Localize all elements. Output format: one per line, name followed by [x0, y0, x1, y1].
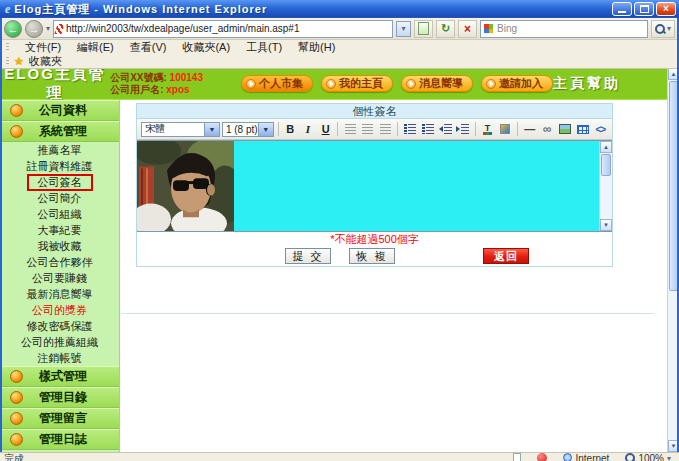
scroll-down-icon[interactable]: ▼: [668, 440, 679, 452]
menu-tools[interactable]: 工具(T): [246, 40, 282, 55]
menu-edit[interactable]: 編輯(E): [77, 40, 114, 55]
html-source-button[interactable]: <>: [592, 121, 608, 138]
align-center-button[interactable]: [360, 121, 376, 138]
unordered-list-button[interactable]: [420, 121, 436, 138]
align-right-button[interactable]: [378, 121, 394, 138]
sidebar-section-style-manage[interactable]: 樣式管理: [0, 366, 119, 387]
zoom-dropdown-icon[interactable]: ▾: [667, 453, 671, 461]
bold-button[interactable]: B: [282, 121, 298, 138]
char-limit-note: *不能超過500個字: [330, 232, 419, 247]
scroll-up-icon[interactable]: ▲: [600, 141, 612, 153]
ordered-list-icon: [408, 124, 416, 134]
sidebar-item-company-intro[interactable]: 公司簡介: [0, 190, 119, 206]
font-size-select[interactable]: 1 (8 pt) ▼: [222, 122, 274, 137]
search-options-icon[interactable]: ▾: [667, 24, 671, 33]
favorites-button[interactable]: 收藏夾: [29, 54, 62, 69]
align-left-button[interactable]: [342, 121, 358, 138]
insert-table-button[interactable]: [575, 121, 591, 138]
window-title: Elog主頁管理 - Windows Internet Explorer: [14, 2, 612, 17]
header-nav: 个人市集 我的主頁 消息嚮導 邀請加入: [241, 75, 553, 92]
menu-favorites[interactable]: 收藏夾(A): [182, 40, 230, 55]
sidebar-section-system-manage[interactable]: 系統管理: [0, 121, 119, 142]
sidebar-section-manage-logs[interactable]: 管理日誌: [0, 429, 119, 450]
main-area: 個性簽名 宋體 ▼ 1 (8 pt) ▼ B I U: [121, 100, 667, 452]
signature-editor[interactable]: ▲ ▼: [137, 140, 612, 232]
sidebar-section-manage-messages[interactable]: 管理留言: [0, 408, 119, 429]
link-button[interactable]: ∞: [540, 121, 556, 138]
sidebar-item-favorited-by[interactable]: 我被收藏: [0, 238, 119, 254]
history-dropdown-icon[interactable]: ▾: [46, 24, 50, 33]
section-ball-icon: [10, 104, 23, 117]
underline-button[interactable]: U: [318, 121, 334, 138]
sidebar-item-cancel-account[interactable]: 注銷帳號: [0, 350, 119, 366]
sidebar-item-change-password[interactable]: 修改密碼保護: [0, 318, 119, 334]
nav-invite-join[interactable]: 邀請加入: [481, 75, 553, 92]
scroll-thumb[interactable]: [601, 154, 611, 176]
status-page-icon: [513, 453, 521, 461]
sidebar-item-major-events[interactable]: 大事紀要: [0, 222, 119, 238]
homepage-help-link[interactable]: 主頁幫助: [553, 75, 621, 93]
sidebar-item-partners[interactable]: 公司合作夥伴: [0, 254, 119, 270]
sidebar-item-register-maintain[interactable]: 註冊資料維護: [0, 158, 119, 174]
editor-scrollbar[interactable]: ▲ ▼: [599, 141, 612, 231]
url-input[interactable]: [66, 23, 390, 34]
section-ball-icon: [10, 391, 23, 404]
sidebar-item-company-signature[interactable]: 公司簽名: [0, 174, 119, 190]
bg-color-button[interactable]: [497, 121, 513, 138]
refresh-icon: ↻: [441, 23, 450, 34]
play-icon: [326, 79, 336, 89]
editor-toolbar: 宋體 ▼ 1 (8 pt) ▼ B I U: [137, 119, 612, 140]
zoom-level[interactable]: 100%: [638, 453, 664, 461]
reset-button[interactable]: 恢 複: [349, 248, 395, 264]
menu-view[interactable]: 查看(V): [130, 40, 167, 55]
editor-text-area[interactable]: [234, 141, 599, 231]
toolbar-grip: [6, 43, 9, 52]
note-row: *不能超過500個字: [137, 232, 612, 246]
scroll-down-icon[interactable]: ▼: [600, 219, 612, 231]
submit-button[interactable]: 提 交: [285, 248, 331, 264]
sidebar-item-latest-news-wizard[interactable]: 最新消息嚮導: [0, 286, 119, 302]
compatibility-button[interactable]: [414, 20, 433, 38]
section-ball-icon: [10, 370, 23, 383]
sidebar-item-recommend-org[interactable]: 公司的推薦組織: [0, 334, 119, 350]
address-field[interactable]: [53, 20, 393, 38]
refresh-button[interactable]: ↻: [436, 20, 455, 38]
menu-file[interactable]: 文件(F): [25, 40, 61, 55]
indent-button[interactable]: [455, 121, 471, 138]
scroll-thumb[interactable]: [669, 81, 678, 291]
nav-my-homepage[interactable]: 我的主頁: [321, 75, 393, 92]
menu-help[interactable]: 幫助(H): [298, 40, 335, 55]
bg-color-icon: [500, 124, 510, 134]
sidebar-item-company-org[interactable]: 公司組織: [0, 206, 119, 222]
address-dropdown-icon[interactable]: ▾: [396, 21, 411, 37]
horizontal-rule-button[interactable]: —: [522, 121, 538, 138]
signature-photo: [137, 141, 234, 231]
nav-message-wizard[interactable]: 消息嚮導: [401, 75, 473, 92]
chevron-down-icon: ▼: [204, 123, 219, 136]
nav-personal-market[interactable]: 个人市集: [241, 75, 313, 92]
close-button[interactable]: ×: [656, 2, 676, 16]
sidebar-section-company-info[interactable]: 公司資料: [0, 100, 119, 121]
font-select[interactable]: 宋體 ▼: [141, 122, 220, 137]
scroll-up-icon[interactable]: ▲: [668, 68, 679, 80]
back-icon[interactable]: ←: [4, 20, 22, 38]
search-box[interactable]: Bing: [480, 20, 648, 38]
page-scrollbar[interactable]: ▲ ▼: [667, 68, 679, 452]
italic-button[interactable]: I: [300, 121, 316, 138]
sidebar-item-recommend-list[interactable]: 推薦名單: [0, 142, 119, 158]
outdent-button[interactable]: [437, 121, 453, 138]
insert-image-button[interactable]: [557, 121, 573, 138]
restore-button[interactable]: [634, 2, 654, 16]
search-icon: [655, 24, 665, 34]
search-button[interactable]: ▾: [651, 20, 675, 38]
stop-button[interactable]: ×: [458, 20, 477, 38]
forward-icon[interactable]: →: [25, 20, 43, 38]
text-color-button[interactable]: T: [480, 121, 496, 138]
ordered-list-button[interactable]: [402, 121, 418, 138]
sidebar-item-company-earn[interactable]: 公司要賺錢: [0, 270, 119, 286]
chevron-down-icon: ▼: [258, 123, 273, 136]
minimize-button[interactable]: [612, 2, 632, 16]
sidebar-item-company-coupons[interactable]: 公司的獎券: [0, 302, 119, 318]
back-button[interactable]: 返回: [483, 248, 529, 264]
sidebar-section-manage-catalog[interactable]: 管理目錄: [0, 387, 119, 408]
